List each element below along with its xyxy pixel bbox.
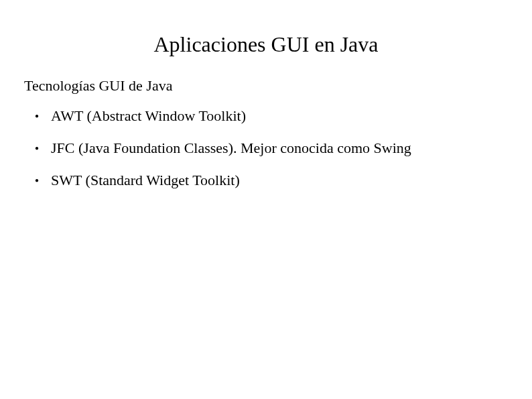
bullet-list: ● AWT (Abstract Window Toolkit) ● JFC (J… — [0, 107, 532, 203]
slide-title: Aplicaciones GUI en Java — [0, 0, 532, 77]
list-item: ● SWT (Standard Widget Toolkit) — [35, 171, 532, 203]
bullet-icon: ● — [35, 107, 51, 125]
list-item: ● AWT (Abstract Window Toolkit) — [35, 107, 532, 139]
bullet-text: JFC (Java Foundation Classes). Mejor con… — [51, 139, 411, 158]
list-item: ● JFC (Java Foundation Classes). Mejor c… — [35, 139, 532, 171]
slide-subtitle: Tecnologías GUI de Java — [0, 77, 532, 107]
slide-container: Aplicaciones GUI en Java Tecnologías GUI… — [0, 0, 532, 399]
bullet-icon: ● — [35, 171, 51, 190]
bullet-text: AWT (Abstract Window Toolkit) — [51, 107, 246, 125]
bullet-text: SWT (Standard Widget Toolkit) — [51, 171, 240, 190]
bullet-icon: ● — [35, 139, 51, 158]
